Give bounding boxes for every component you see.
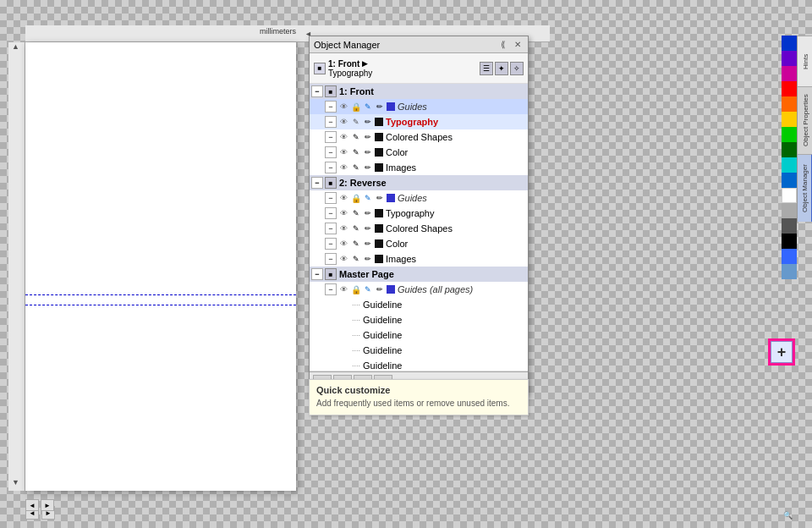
expand-guides-front[interactable]: − [325,101,337,113]
lock-icon-guides-all[interactable]: 🔒 [350,284,361,295]
item-guides-all[interactable]: − 👁 🔒 ✎ ✏ Guides (all pages) [310,282,528,297]
guideline-3[interactable]: ···· Guideline [310,327,528,343]
expand-cs-reverse[interactable]: − [325,223,337,234]
edit-icon-cs-rev[interactable]: ✎ [350,223,361,234]
panel-detach-button[interactable]: ⟪ [497,39,509,51]
pencil-icon-typ-rev[interactable]: ✏ [362,208,373,219]
print-icon-guides[interactable]: ✎ [362,102,373,113]
expand-images-reverse[interactable]: − [325,253,337,265]
lock-icon-guides-rev[interactable]: 🔒 [350,193,361,204]
pencil-icon-cs-rev[interactable]: ✏ [362,223,373,234]
item-guides-front[interactable]: − 👁 🔒 ✎ ✏ Guides [310,99,528,114]
tab-object-properties[interactable]: Object Properties [798,86,812,154]
expand-guides-reverse[interactable]: − [325,192,337,204]
eye-icon-img-rev[interactable]: 👁 [338,254,349,265]
guideline-2[interactable]: ···· Guideline [310,312,528,327]
pencil-icon-img[interactable]: ✏ [362,162,373,173]
scroll-up-arrow[interactable]: ▲ [12,42,19,51]
pencil-icon-cs[interactable]: ✏ [362,132,373,143]
new-layer-icon[interactable]: ✦ [495,62,508,75]
guideline-1[interactable]: ···· Guideline [310,297,528,312]
palette-color-2[interactable] [782,51,797,66]
palette-color-8[interactable] [782,142,797,157]
eye-icon-typography[interactable]: 👁 [338,117,349,128]
item-colored-shapes-reverse[interactable]: − 👁 ✎ ✏ Colored Shapes [310,221,528,236]
edit-icon-col-rev[interactable]: ✎ [350,239,361,250]
pencil-icon-typography[interactable]: ✏ [362,117,373,128]
pencil-icon-guides[interactable]: ✏ [374,102,385,113]
pencil-icon-guides-rev[interactable]: ✏ [374,193,385,204]
add-button-inner[interactable]: + [771,341,793,363]
palette-color-14[interactable] [782,234,797,249]
expand-typography-front[interactable]: − [325,116,337,128]
expand-reverse[interactable]: − [311,177,323,189]
expand-colored-shapes-front[interactable]: − [325,131,337,143]
item-typography-front[interactable]: − 👁 ✎ ✏ Typography [310,114,528,129]
eye-icon-cs-rev[interactable]: 👁 [338,223,349,234]
palette-color-15[interactable] [782,249,797,264]
item-colored-shapes-front[interactable]: − 👁 ✎ ✏ Colored Shapes [310,129,528,145]
delete-layer-icon[interactable]: ✧ [510,62,524,75]
palette-color-11[interactable] [782,188,797,203]
panel-close-button[interactable]: ✕ [512,39,524,51]
nav-left-btn[interactable]: ◄ [25,499,39,511]
expand-front[interactable]: − [311,85,323,97]
eye-icon-guides[interactable]: 👁 [338,102,349,113]
item-color-front[interactable]: − 👁 ✎ ✏ Color [310,145,528,160]
eye-icon-cs[interactable]: 👁 [338,132,349,143]
layers-icon[interactable]: ☰ [480,62,493,75]
expand-typography-reverse[interactable]: − [325,207,337,219]
palette-color-13[interactable] [782,218,797,234]
palette-color-16[interactable] [782,264,797,279]
nav-right-btn[interactable]: ► [41,499,54,511]
expand-guides-all[interactable]: − [325,283,337,295]
guideline-4[interactable]: ···· Guideline [310,343,528,358]
eye-icon-guides-rev[interactable]: 👁 [338,193,349,204]
item-color-reverse[interactable]: − 👁 ✎ ✏ Color [310,236,528,251]
zoom-in-icon[interactable]: 🔍 [783,511,793,520]
edit-icon-col[interactable]: ✎ [350,147,361,158]
palette-color-3[interactable] [782,66,797,81]
eye-icon-typ-rev[interactable]: 👁 [338,208,349,219]
print-icon-guides-rev[interactable]: ✎ [362,193,373,204]
palette-color-1[interactable] [782,36,797,51]
palette-color-7[interactable] [782,127,797,142]
edit-icon-typography[interactable]: ✎ [350,117,361,128]
pencil-icon-guides-all[interactable]: ✏ [374,284,385,295]
edit-icon-img[interactable]: ✎ [350,162,361,173]
item-images-reverse[interactable]: − 👁 ✎ ✏ Images [310,251,528,267]
palette-color-4[interactable] [782,81,797,96]
add-button-outer[interactable]: + [768,338,795,366]
lock-icon-guides[interactable]: 🔒 [350,102,361,113]
guideline-5[interactable]: ···· Guideline [310,358,528,371]
edit-icon-cs[interactable]: ✎ [350,132,361,143]
palette-color-6[interactable] [782,112,797,127]
tab-object-manager[interactable]: Object Manager [798,154,812,222]
item-guides-reverse[interactable]: − 👁 🔒 ✎ ✏ Guides [310,190,528,206]
palette-color-5[interactable] [782,96,797,112]
palette-color-9[interactable] [782,157,797,173]
section-master[interactable]: − ■ Master Page [310,267,528,282]
scroll-down-arrow[interactable]: ▼ [12,478,19,487]
item-images-front[interactable]: − 👁 ✎ ✏ Images [310,160,528,175]
expand-master[interactable]: − [311,268,323,280]
tab-hints[interactable]: Hints [798,36,812,86]
palette-color-12[interactable] [782,203,797,218]
pencil-icon-img-rev[interactable]: ✏ [362,254,373,265]
eye-icon-img[interactable]: 👁 [338,162,349,173]
expand-images-front[interactable]: − [325,162,337,173]
palette-color-10[interactable] [782,173,797,188]
edit-icon-typ-rev[interactable]: ✎ [350,208,361,219]
print-icon-guides-all[interactable]: ✎ [362,284,373,295]
expand-color-reverse[interactable]: − [325,238,337,250]
edit-icon-img-rev[interactable]: ✎ [350,254,361,265]
pencil-icon-col-rev[interactable]: ✏ [362,239,373,250]
eye-icon-guides-all[interactable]: 👁 [338,284,349,295]
section-front[interactable]: − ■ 1: Front [310,84,528,99]
item-typography-reverse[interactable]: − 👁 ✎ ✏ Typography [310,206,528,221]
expand-color-front[interactable]: − [325,146,337,158]
section-reverse[interactable]: − ■ 2: Reverse [310,175,528,190]
eye-icon-col[interactable]: 👁 [338,147,349,158]
tree-area[interactable]: − ■ 1: Front − 👁 🔒 ✎ ✏ Guides [310,84,528,371]
eye-icon-col-rev[interactable]: 👁 [338,239,349,250]
